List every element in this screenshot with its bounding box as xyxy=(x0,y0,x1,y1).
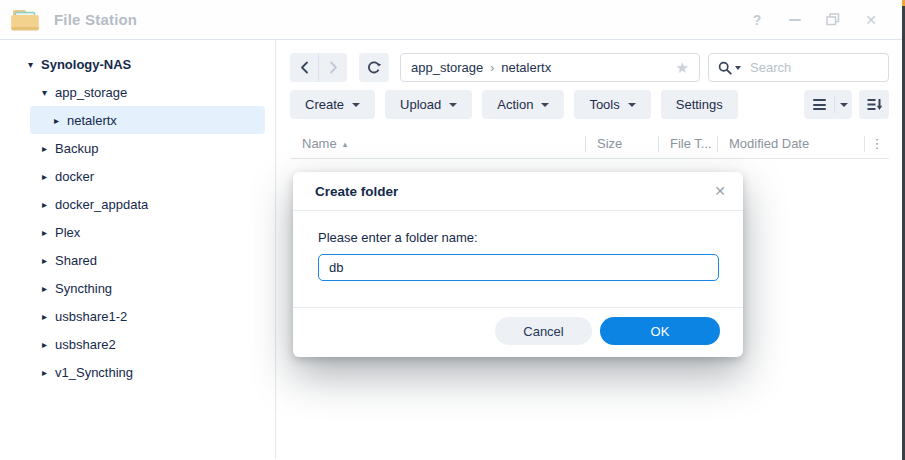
sidebar-item-label: usbshare2 xyxy=(55,337,116,352)
expand-arrow-icon[interactable]: ▸ xyxy=(42,339,55,350)
chevron-down-icon xyxy=(352,103,360,107)
view-mode-button[interactable] xyxy=(804,90,852,119)
sidebar-item-backup[interactable]: ▸Backup xyxy=(0,134,275,162)
sidebar-item-v1_syncthing[interactable]: ▸v1_Syncthing xyxy=(0,358,275,386)
column-header-label: Size xyxy=(597,136,622,151)
sidebar-item-plex[interactable]: ▸Plex xyxy=(0,218,275,246)
sidebar-item-shared[interactable]: ▸Shared xyxy=(0,246,275,274)
toolbar-button-label: Create xyxy=(305,97,344,112)
sidebar-item-app_storage[interactable]: ▾app_storage xyxy=(0,78,275,106)
sidebar-item-usbshare2[interactable]: ▸usbshare2 xyxy=(0,330,275,358)
close-icon[interactable]: ✕ xyxy=(863,12,879,28)
sort-icon xyxy=(866,97,883,112)
create-button[interactable]: Create xyxy=(290,90,375,119)
restore-icon[interactable] xyxy=(825,12,841,28)
tools-button[interactable]: Tools xyxy=(574,90,650,119)
sidebar-item-docker_appdata[interactable]: ▸docker_appdata xyxy=(0,190,275,218)
dialog-footer: Cancel OK xyxy=(293,307,743,357)
sidebar-item-label: app_storage xyxy=(55,85,127,100)
minimize-icon[interactable] xyxy=(787,12,803,28)
list-view-icon[interactable] xyxy=(804,99,834,110)
sidebar-item-label: Synology-NAS xyxy=(41,57,131,72)
sidebar-item-label: usbshare1-2 xyxy=(55,309,127,324)
view-mode-caret[interactable] xyxy=(834,96,852,113)
expand-arrow-icon[interactable]: ▸ xyxy=(42,171,55,182)
back-button[interactable] xyxy=(290,53,318,82)
sidebar-item-syncthing[interactable]: ▸Syncthing xyxy=(0,274,275,302)
create-folder-dialog: Create folder ✕ Please enter a folder na… xyxy=(293,172,743,357)
expand-arrow-icon[interactable]: ▸ xyxy=(42,283,55,294)
upload-button[interactable]: Upload xyxy=(385,90,472,119)
toolbar: CreateUploadActionToolsSettings xyxy=(290,90,889,119)
history-buttons xyxy=(290,53,347,82)
settings-button[interactable]: Settings xyxy=(661,90,738,119)
chevron-down-icon xyxy=(840,103,848,107)
column-header-name[interactable]: Name▴ xyxy=(290,129,585,158)
sidebar-item-usbshare1-2[interactable]: ▸usbshare1-2 xyxy=(0,302,275,330)
sidebar: ▾Synology-NAS▾app_storage▸netalertx▸Back… xyxy=(0,40,276,459)
titlebar: File Station ? ✕ xyxy=(0,0,905,40)
column-header-label: File T... xyxy=(670,136,712,151)
sidebar-item-docker[interactable]: ▸docker xyxy=(0,162,275,190)
sidebar-item-label: Plex xyxy=(55,225,80,240)
expand-arrow-icon[interactable]: ▸ xyxy=(42,143,55,154)
app-title: File Station xyxy=(54,11,137,28)
expand-arrow-icon[interactable]: ▸ xyxy=(42,255,55,266)
forward-button[interactable] xyxy=(318,53,347,82)
toolbar-button-label: Settings xyxy=(676,97,723,112)
breadcrumb-separator: › xyxy=(490,61,494,75)
sort-ascending-icon: ▴ xyxy=(343,139,348,149)
column-header-modified-date[interactable]: Modified Date xyxy=(718,129,864,158)
dialog-title: Create folder xyxy=(315,184,398,199)
refresh-icon xyxy=(366,60,382,76)
column-header-label: Name xyxy=(302,136,337,151)
sidebar-item-label: Backup xyxy=(55,141,98,156)
chevron-down-icon xyxy=(628,103,636,107)
sort-button[interactable] xyxy=(859,90,889,119)
expand-arrow-icon[interactable]: ▸ xyxy=(42,227,55,238)
sidebar-item-label: docker xyxy=(55,169,94,184)
refresh-button[interactable] xyxy=(359,53,389,82)
dialog-close-icon[interactable]: ✕ xyxy=(714,183,726,199)
sidebar-item-label: Syncthing xyxy=(55,281,112,296)
sidebar-item-label: docker_appdata xyxy=(55,197,148,212)
toolbar-button-label: Action xyxy=(497,97,533,112)
favorite-star-icon[interactable]: ★ xyxy=(676,59,689,77)
column-header-size[interactable]: Size xyxy=(586,129,658,158)
column-header-file-t-[interactable]: File T... xyxy=(659,129,717,158)
collapse-arrow-icon[interactable]: ▾ xyxy=(42,87,55,98)
dialog-header: Create folder ✕ xyxy=(293,172,743,211)
expand-arrow-icon[interactable]: ▸ xyxy=(42,311,55,322)
chevron-down-icon xyxy=(541,103,549,107)
folder-name-input[interactable] xyxy=(318,254,719,281)
search-input[interactable] xyxy=(748,59,879,76)
toolbar-button-label: Tools xyxy=(589,97,619,112)
collapse-arrow-icon[interactable]: ▾ xyxy=(28,59,41,70)
search-box xyxy=(708,53,889,82)
sidebar-item-netalertx[interactable]: ▸netalertx xyxy=(30,106,265,134)
chevron-right-icon xyxy=(329,61,338,74)
chevron-left-icon xyxy=(300,61,309,74)
expand-arrow-icon[interactable]: ▸ xyxy=(54,115,67,126)
breadcrumb-segment-parent[interactable]: app_storage xyxy=(411,60,483,75)
action-button[interactable]: Action xyxy=(482,90,564,119)
column-header-label: Modified Date xyxy=(729,136,809,151)
breadcrumb-segment-current[interactable]: netalertx xyxy=(501,60,551,75)
ok-button[interactable]: OK xyxy=(600,317,720,345)
column-options-icon[interactable]: ⋮ xyxy=(865,129,889,158)
view-controls xyxy=(804,90,889,119)
search-icon[interactable] xyxy=(718,61,732,75)
sidebar-item-label: Shared xyxy=(55,253,97,268)
restore-glyph xyxy=(826,13,840,26)
minimize-bar xyxy=(789,19,801,21)
chevron-down-icon xyxy=(449,103,457,107)
help-icon[interactable]: ? xyxy=(749,12,765,28)
toolbar-button-label: Upload xyxy=(400,97,441,112)
expand-arrow-icon[interactable]: ▸ xyxy=(42,367,55,378)
sidebar-item-synology-nas[interactable]: ▾Synology-NAS xyxy=(0,50,275,78)
expand-arrow-icon[interactable]: ▸ xyxy=(42,199,55,210)
search-dropdown-caret-icon[interactable] xyxy=(735,66,741,70)
dialog-body: Please enter a folder name: xyxy=(293,211,743,307)
folder-icon xyxy=(10,6,40,33)
cancel-button[interactable]: Cancel xyxy=(495,317,592,345)
